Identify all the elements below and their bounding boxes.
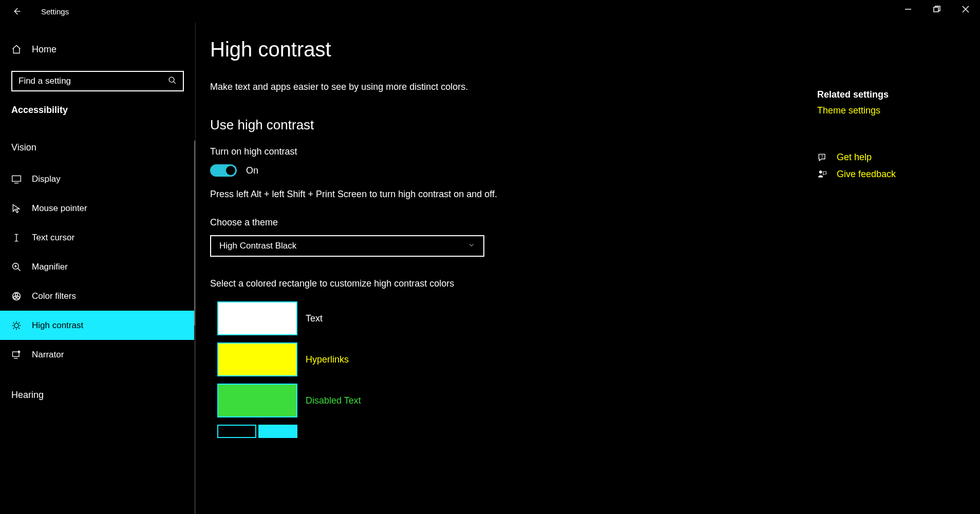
app-title: Settings	[41, 7, 69, 16]
svg-line-12	[18, 268, 21, 271]
svg-point-4	[169, 77, 174, 82]
sidebar-item-magnifier[interactable]: Magnifier	[0, 252, 195, 281]
svg-line-23	[19, 328, 20, 329]
give-feedback-link[interactable]: Give feedback	[837, 169, 896, 180]
title-bar: Settings	[0, 0, 980, 23]
sidebar-item-label: Mouse pointer	[32, 203, 87, 214]
sidebar-group-heading: Accessibility	[0, 105, 195, 116]
category-hearing: Hearing	[0, 390, 195, 401]
sidebar: Home Accessibility Vision Display	[0, 23, 196, 514]
high-contrast-toggle[interactable]	[210, 164, 237, 177]
color-label: Hyperlinks	[306, 354, 349, 365]
narrator-icon	[11, 350, 23, 360]
sidebar-item-narrator[interactable]: Narrator	[0, 340, 195, 369]
sidebar-item-label: Display	[32, 174, 61, 184]
choose-theme-label: Choose a theme	[210, 217, 980, 228]
theme-value: High Contrast Black	[219, 241, 296, 251]
sidebar-item-high-contrast[interactable]: High contrast	[0, 311, 195, 340]
svg-point-16	[17, 296, 20, 299]
search-input[interactable]	[18, 76, 168, 86]
get-help-link[interactable]: Get help	[837, 152, 872, 163]
svg-point-14	[15, 293, 18, 296]
theme-settings-link[interactable]: Theme settings	[817, 105, 971, 116]
magnifier-icon	[11, 262, 23, 272]
sidebar-scrollbar-thumb[interactable]	[194, 141, 195, 326]
color-row-selected-text	[210, 425, 980, 438]
sidebar-item-mouse-pointer[interactable]: Mouse pointer	[0, 194, 195, 223]
toggle-knob	[226, 166, 235, 175]
color-label: Disabled Text	[306, 395, 361, 406]
sidebar-item-label: Magnifier	[32, 262, 68, 272]
home-nav[interactable]: Home	[0, 37, 195, 62]
help-icon: ?	[817, 153, 828, 163]
cursor-icon	[11, 203, 23, 214]
window-controls	[894, 0, 980, 18]
sidebar-item-display[interactable]: Display	[0, 164, 195, 194]
related-panel: Related settings Theme settings ? Get he…	[817, 89, 971, 180]
home-icon	[11, 44, 23, 54]
color-swatch-hyperlinks[interactable]	[217, 342, 297, 376]
customize-hint: Select a colored rectangle to customize …	[210, 278, 980, 289]
color-filters-icon	[11, 291, 23, 301]
color-swatch-selected-text-bg[interactable]	[258, 425, 297, 438]
display-icon	[11, 174, 23, 184]
sidebar-item-label: High contrast	[32, 320, 83, 331]
color-row-text: Text	[210, 301, 980, 335]
search-input-container[interactable]	[11, 71, 184, 91]
color-row-disabled-text: Disabled Text	[210, 384, 980, 417]
maximize-button[interactable]	[922, 0, 951, 18]
toggle-state-label: On	[246, 165, 258, 176]
svg-line-24	[13, 328, 14, 329]
sidebar-item-label: Text cursor	[32, 233, 74, 243]
svg-point-17	[14, 323, 18, 327]
main-content: High contrast Make text and apps easier …	[196, 23, 980, 514]
page-title: High contrast	[210, 38, 980, 61]
color-swatch-disabled-text[interactable]	[217, 384, 297, 417]
minimize-button[interactable]	[894, 0, 922, 18]
svg-line-22	[13, 322, 14, 323]
color-row-hyperlinks: Hyperlinks	[210, 342, 980, 376]
svg-text:?: ?	[821, 154, 823, 159]
svg-rect-1	[934, 7, 938, 12]
svg-rect-6	[12, 176, 21, 181]
svg-line-5	[174, 81, 176, 83]
shortcut-hint: Press left Alt + left Shift + Print Scre…	[210, 189, 980, 200]
svg-point-30	[819, 170, 822, 173]
sidebar-item-color-filters[interactable]: Color filters	[0, 281, 195, 311]
related-heading: Related settings	[817, 89, 971, 100]
category-vision: Vision	[0, 142, 195, 153]
color-swatch-text[interactable]	[217, 301, 297, 335]
home-label: Home	[32, 44, 56, 55]
svg-line-25	[19, 322, 20, 323]
sidebar-item-text-cursor[interactable]: Text cursor	[0, 223, 195, 252]
back-button[interactable]	[11, 6, 22, 16]
search-icon	[168, 76, 177, 87]
feedback-icon	[817, 169, 828, 180]
text-cursor-icon	[11, 233, 23, 243]
color-swatch-selected-text-fg[interactable]	[217, 425, 256, 438]
sidebar-item-label: Narrator	[32, 350, 64, 360]
color-label: Text	[306, 313, 323, 324]
svg-point-15	[13, 296, 16, 299]
theme-dropdown[interactable]: High Contrast Black	[210, 235, 484, 257]
high-contrast-icon	[11, 320, 23, 331]
chevron-down-icon	[468, 241, 475, 251]
close-button[interactable]	[951, 0, 980, 18]
sidebar-item-label: Color filters	[32, 291, 76, 301]
